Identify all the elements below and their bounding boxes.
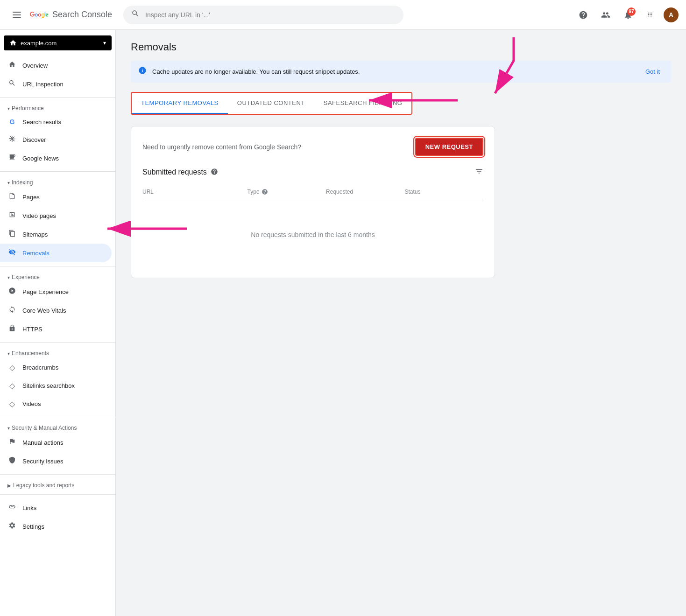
tabs-panel: TEMPORARY REMOVALS OUTDATED CONTENT SAFE…	[131, 92, 412, 115]
sidebar-item-video-pages[interactable]: Video pages	[0, 206, 112, 225]
video-pages-icon	[7, 211, 17, 220]
tab-temporary-removals[interactable]: TEMPORARY REMOVALS	[132, 93, 228, 114]
svg-rect-1	[13, 14, 21, 15]
sidebar-item-sitelinks-searchbox[interactable]: ◇ Sitelinks searchbox	[0, 377, 112, 395]
security-section-header[interactable]: ▾ Security & Manual Actions	[0, 421, 115, 433]
sidebar-item-videos-enh[interactable]: ◇ Videos	[0, 395, 112, 413]
sidebar-item-url-inspection[interactable]: URL inspection	[0, 75, 112, 93]
sidebar-item-settings[interactable]: Settings	[0, 517, 112, 536]
core-web-vitals-icon	[7, 306, 17, 315]
sidebar-item-overview[interactable]: Overview	[0, 56, 112, 75]
help-button[interactable]	[574, 6, 593, 24]
security-issues-label: Security issues	[22, 458, 63, 465]
divider4	[0, 342, 115, 343]
divider5	[0, 417, 115, 417]
sidebar: example.com ▾ Overview URL inspection ▾ …	[0, 30, 116, 616]
performance-label: Performance	[12, 105, 44, 112]
sitelinks-icon: ◇	[7, 381, 17, 390]
app-logo: Search Console	[30, 8, 112, 21]
svg-rect-0	[13, 12, 21, 13]
divider7	[0, 494, 115, 495]
removals-label: Removals	[22, 250, 50, 257]
card-top-row: Need to urgently remove content from Goo…	[142, 138, 483, 156]
property-arrow: ▾	[103, 40, 106, 46]
home-icon	[7, 61, 17, 70]
discover-label: Discover	[22, 136, 46, 143]
pages-icon	[7, 192, 17, 202]
sidebar-item-google-news[interactable]: Google News	[0, 149, 112, 168]
legacy-tools-label: Legacy tools and reports	[13, 482, 74, 489]
overview-label: Overview	[22, 62, 48, 69]
google-g-icon: G	[7, 118, 17, 126]
divider3	[0, 266, 115, 266]
notification-badge: 97	[627, 7, 636, 16]
sidebar-item-security-issues[interactable]: Security issues	[0, 452, 112, 470]
indexing-section-header[interactable]: ▾ Indexing	[0, 175, 115, 188]
new-request-button[interactable]: NEW REQUEST	[415, 138, 483, 156]
sidebar-item-page-experience[interactable]: Page Experience	[0, 282, 112, 301]
avatar[interactable]: A	[664, 7, 679, 22]
divider6	[0, 474, 115, 475]
got-it-button[interactable]: Got it	[642, 66, 664, 77]
main-content: Removals Cache updates are no longer ava…	[116, 30, 686, 616]
settings-icon	[7, 522, 17, 531]
col-status: Status	[405, 189, 483, 195]
search-results-label: Search results	[22, 119, 61, 126]
sidebar-item-breadcrumbs[interactable]: ◇ Breadcrumbs	[0, 358, 112, 377]
submitted-title-text: Submitted requests	[142, 168, 207, 176]
https-label: HTTPS	[22, 326, 42, 333]
sidebar-item-core-web-vitals[interactable]: Core Web Vitals	[0, 301, 112, 320]
col-requested: Requested	[326, 189, 404, 195]
app-title: Search Console	[52, 10, 112, 20]
svg-rect-2	[13, 17, 21, 18]
video-pages-label: Video pages	[22, 212, 56, 219]
sidebar-item-pages[interactable]: Pages	[0, 188, 112, 206]
settings-label: Settings	[22, 523, 44, 530]
indexing-label: Indexing	[12, 179, 33, 186]
legacy-section-header[interactable]: ▶ Legacy tools and reports	[0, 478, 115, 490]
content-card: Need to urgently remove content from Goo…	[131, 126, 495, 278]
sidebar-item-search-results[interactable]: G Search results	[0, 113, 112, 130]
tab-outdated-content[interactable]: OUTDATED CONTENT	[228, 93, 314, 114]
sitelinks-searchbox-label: Sitelinks searchbox	[22, 382, 75, 389]
videos-label: Videos	[22, 400, 41, 407]
sidebar-item-https[interactable]: HTTPS	[0, 320, 112, 338]
table-empty-message: No requests submitted in the last 6 mont…	[142, 203, 483, 266]
page-title: Removals	[131, 41, 671, 53]
filter-icon[interactable]	[475, 167, 483, 177]
page-experience-label: Page Experience	[22, 288, 69, 295]
sidebar-item-sitemaps[interactable]: Sitemaps	[0, 225, 112, 244]
performance-section-header[interactable]: ▾ Performance	[0, 101, 115, 113]
sitemaps-label: Sitemaps	[22, 231, 48, 238]
people-button[interactable]	[596, 6, 615, 24]
sidebar-item-discover[interactable]: Discover	[0, 130, 112, 149]
property-selector[interactable]: example.com ▾	[4, 35, 112, 50]
info-text: Cache updates are no longer available. Y…	[152, 68, 636, 75]
info-banner: Cache updates are no longer available. Y…	[131, 61, 671, 83]
asterisk-icon	[7, 135, 17, 144]
submitted-help-icon[interactable]	[211, 168, 218, 177]
enhancements-section-header[interactable]: ▾ Enhancements	[0, 346, 115, 358]
sitemaps-icon	[7, 230, 17, 239]
tab-safesearch-filtering[interactable]: SAFESEARCH FILTERING	[314, 93, 412, 114]
menu-button[interactable]	[7, 6, 26, 24]
sidebar-item-manual-actions[interactable]: Manual actions	[0, 433, 112, 452]
topbar-actions: 97 A	[574, 6, 679, 24]
flag-icon	[7, 438, 17, 447]
notifications-button[interactable]: 97	[619, 6, 637, 24]
experience-label: Experience	[12, 274, 40, 280]
apps-button[interactable]	[641, 6, 660, 24]
sidebar-item-removals[interactable]: Removals	[0, 244, 112, 262]
shield-icon	[7, 456, 17, 466]
url-inspection-label: URL inspection	[22, 81, 64, 88]
topbar: Search Console 97	[0, 0, 686, 30]
col-type: Type	[248, 189, 326, 195]
news-icon	[7, 154, 17, 163]
layout: example.com ▾ Overview URL inspection ▾ …	[0, 30, 686, 616]
divider2	[0, 171, 115, 172]
experience-section-header[interactable]: ▾ Experience	[0, 270, 115, 282]
sidebar-item-links[interactable]: Links	[0, 498, 112, 517]
search-input[interactable]	[145, 11, 396, 19]
breadcrumbs-icon: ◇	[7, 363, 17, 372]
search-bar[interactable]	[123, 6, 403, 24]
